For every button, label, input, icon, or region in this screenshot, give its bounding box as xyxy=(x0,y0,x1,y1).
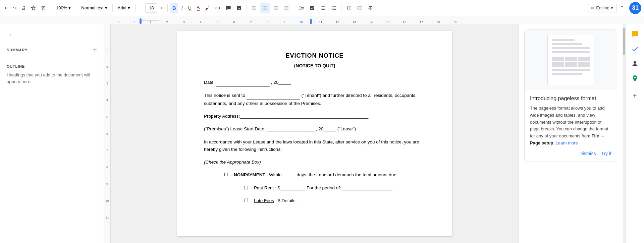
late-fees-checkbox[interactable]: ☐ xyxy=(244,198,249,203)
calendar-icon[interactable]: 31 xyxy=(629,2,641,14)
chat-rail-icon[interactable] xyxy=(628,27,642,41)
sep-4 xyxy=(135,4,136,12)
bold-button[interactable]: B xyxy=(170,3,178,13)
editing-chevron-icon: ▾ xyxy=(611,5,613,10)
doc-check-line: (Check the Appropriate Box) xyxy=(204,159,425,166)
lease-blank: :___________________ xyxy=(266,126,315,131)
property-label: Property Address xyxy=(204,114,239,119)
line-spacing-button[interactable] xyxy=(297,3,306,13)
pageless-actions: Dismiss Try it xyxy=(530,151,611,156)
editing-status[interactable]: ✏ Editing ▾ xyxy=(587,4,617,12)
numbered-list-button[interactable] xyxy=(329,3,338,13)
doc-subtitle: (NOTICE TO QUIT) xyxy=(204,62,425,69)
font-select[interactable]: Arial ▾ xyxy=(115,3,132,13)
align-left-button[interactable] xyxy=(250,3,259,13)
main-area: ← SUMMARY + OUTLINE Headings that you ad… xyxy=(0,24,644,243)
learn-more-link[interactable]: Learn more xyxy=(556,140,578,145)
editing-label: Editing xyxy=(596,5,609,10)
toolbar-history: ↩ ↪ 🖨 xyxy=(3,3,48,13)
pencil-icon: ✏ xyxy=(591,5,595,11)
toolbar-collapse-button[interactable]: ⌃ xyxy=(618,3,625,12)
date-field[interactable] xyxy=(216,79,270,86)
try-it-button[interactable]: Try it xyxy=(601,151,611,156)
sidebar-header: ← xyxy=(7,29,97,40)
preview-line-1 xyxy=(552,39,575,41)
strikethrough-button[interactable] xyxy=(366,3,375,13)
pageless-preview-inner xyxy=(547,35,594,85)
doc-nonpayment-line: ☐ - NONPAYMENT . Within _____ days, the … xyxy=(204,171,425,179)
pageless-content: Introducing pageless format The pageless… xyxy=(525,90,617,162)
preview-cell-2 xyxy=(565,57,577,61)
pageless-desc-2: . xyxy=(553,140,555,145)
preview-line-4 xyxy=(552,51,590,53)
style-chevron-icon: ▾ xyxy=(105,5,107,10)
style-select[interactable]: Normal text ▾ xyxy=(79,3,109,13)
sep-8 xyxy=(341,4,341,12)
paint-button[interactable] xyxy=(29,3,38,13)
document-page[interactable]: EVICTION NOTICE (NOTICE TO QUIT) Date: ,… xyxy=(177,31,452,236)
check-rail-icon[interactable] xyxy=(628,42,642,56)
doc-accord-line: In accordance with your Lease and the la… xyxy=(204,138,425,154)
align-center-button[interactable] xyxy=(260,3,270,13)
style-label: Normal text xyxy=(81,5,103,10)
dismiss-button[interactable]: Dismiss xyxy=(579,151,596,156)
right-panel: Introducing pageless format The pageless… xyxy=(519,24,623,243)
outline-label: OUTLINE xyxy=(7,64,97,68)
decrease-indent-button[interactable] xyxy=(344,3,354,13)
notice-field[interactable] xyxy=(247,92,300,100)
rail-add-button[interactable]: + xyxy=(628,89,642,103)
pageless-title: Introducing pageless format xyxy=(530,96,611,102)
checklist-button[interactable] xyxy=(308,3,317,13)
notice-text: This notice is sent to xyxy=(204,93,245,98)
property-blank: :_______________________________________… xyxy=(239,114,369,119)
format-clear-button[interactable] xyxy=(39,3,48,13)
justify-button[interactable] xyxy=(282,3,291,13)
image-button[interactable] xyxy=(234,3,244,13)
italic-button[interactable]: I xyxy=(179,3,185,13)
text-color-button[interactable]: A xyxy=(195,3,202,13)
preview-cell-5 xyxy=(565,62,577,67)
highlight-button[interactable]: 🖌 xyxy=(203,3,212,13)
redo-button[interactable]: ↪ xyxy=(11,3,19,13)
zoom-value: 100% xyxy=(56,5,67,10)
undo-button[interactable]: ↩ xyxy=(3,3,10,13)
scrollbar-thumb[interactable] xyxy=(623,28,625,55)
lease-year: , 20_____ xyxy=(316,126,336,131)
pageless-card: Introducing pageless format The pageless… xyxy=(524,29,617,162)
sep-6 xyxy=(247,4,247,12)
nonpayment-dash: - xyxy=(231,172,234,177)
zoom-select[interactable]: 100% ▾ xyxy=(54,3,73,13)
pageless-desc: The pageless format allows you to add wi… xyxy=(530,105,611,147)
increase-indent-button[interactable] xyxy=(355,3,364,13)
map-rail-icon[interactable] xyxy=(628,72,642,85)
sep-5 xyxy=(167,4,168,12)
late-fees-label: Late Fees xyxy=(254,198,274,203)
scrollbar[interactable] xyxy=(623,24,625,243)
summary-label: SUMMARY xyxy=(7,48,28,52)
underline-button[interactable]: U xyxy=(186,3,194,13)
preview-line-3 xyxy=(552,47,590,49)
link-button[interactable] xyxy=(213,3,222,13)
person-rail-icon[interactable] xyxy=(628,57,642,70)
outline-hint: Headings that you add to the document wi… xyxy=(7,72,97,85)
past-rent-checkbox[interactable]: ☐ xyxy=(244,185,249,190)
font-size-decrease-button[interactable]: − xyxy=(138,3,145,13)
print-button[interactable]: 🖨 xyxy=(19,3,28,13)
document-area[interactable]: EVICTION NOTICE (NOTICE TO QUIT) Date: ,… xyxy=(111,24,519,243)
font-size-increase-button[interactable]: + xyxy=(158,3,165,13)
nonpayment-checkbox[interactable]: ☐ xyxy=(224,172,228,177)
sep-2 xyxy=(76,4,76,12)
late-fees-text: : $ Details: xyxy=(275,198,297,203)
bullet-list-button[interactable] xyxy=(318,3,328,13)
doc-notice-line: This notice is sent to ("Tenant") and fu… xyxy=(204,92,425,107)
sep-3 xyxy=(112,4,113,12)
comment-button[interactable] xyxy=(224,3,233,13)
lease-end: ("Lease") xyxy=(337,126,356,131)
past-rent-text: : $__________ For the period of: _______… xyxy=(275,185,393,190)
sidebar-back-button[interactable]: ← xyxy=(7,29,16,40)
doc-late-fees-line: ☐ - Late Fees : $ Details: xyxy=(204,197,425,204)
font-size-input[interactable]: 18 xyxy=(145,3,157,13)
align-right-button[interactable] xyxy=(271,3,280,13)
nonpayment-label: NONPAYMENT xyxy=(234,172,265,177)
summary-add-button[interactable]: + xyxy=(93,47,97,53)
